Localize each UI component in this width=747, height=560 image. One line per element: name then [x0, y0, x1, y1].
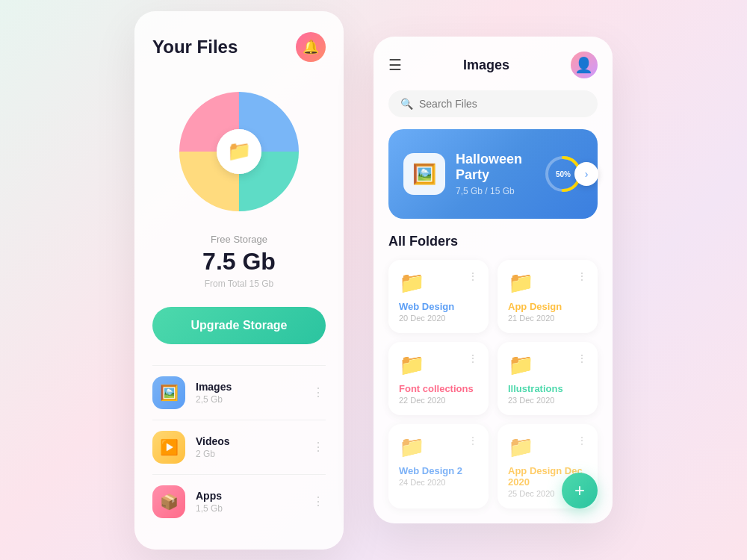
- pie-chart-container: 📁: [172, 84, 306, 219]
- file-item-images[interactable]: 🖼️ Images 2,5 Gb ⋮: [152, 365, 326, 420]
- folder-item-webdesign[interactable]: 📁 ⋮ Web Design 20 Dec 2020: [388, 260, 489, 333]
- progress-label: 50%: [556, 170, 571, 178]
- featured-card[interactable]: 🖼️ Halloween Party 7,5 Gb / 15 Gb 50% ›: [388, 129, 598, 219]
- all-folders-title: All Folders: [388, 234, 598, 249]
- folder-icon: 📁: [227, 140, 251, 163]
- storage-value: 7.5 Gb: [202, 248, 276, 276]
- right-panel: ☰ Images 👤 🔍 🖼️ Halloween Party 7,5 Gb /…: [374, 37, 613, 523]
- folder-item-illustrations[interactable]: 📁 ⋮ Illustrations 23 Dec 2020: [498, 342, 598, 415]
- folder-item-fontcollections[interactable]: 📁 ⋮ Font collections 22 Dec 2020: [388, 342, 489, 415]
- folder-name-appdesign: App Design: [508, 301, 587, 312]
- images-name: Images: [196, 381, 312, 393]
- fab-button[interactable]: +: [562, 473, 598, 508]
- images-menu-icon[interactable]: ⋮: [312, 385, 326, 399]
- bell-icon: 🔔: [303, 39, 319, 55]
- folder-name-illustrations: Illustrations: [508, 383, 587, 394]
- folder-date-illustrations: 23 Dec 2020: [508, 396, 587, 405]
- right-title: Images: [463, 57, 509, 73]
- left-header: Your Files 🔔: [152, 32, 326, 62]
- folder-menu-icon-6[interactable]: ⋮: [577, 435, 587, 447]
- folder-menu-icon-4[interactable]: ⋮: [577, 352, 587, 364]
- file-item-apps[interactable]: 📦 Apps 1,5 Gb ⋮: [152, 474, 326, 529]
- file-list: 🖼️ Images 2,5 Gb ⋮ ▶️ Videos 2 Gb ⋮ 📦 Ap…: [152, 365, 326, 529]
- avatar-image: 👤: [574, 56, 593, 74]
- folder-yellow-icon: 📁: [508, 270, 534, 295]
- search-icon: 🔍: [400, 98, 413, 110]
- folder-item-partial-1[interactable]: 📁 ⋮ Web Design 2 24 Dec 2020: [388, 424, 489, 508]
- apps-name: Apps: [196, 490, 312, 502]
- videos-size: 2 Gb: [196, 449, 312, 459]
- apps-size: 1,5 Gb: [196, 503, 312, 514]
- featured-next-button[interactable]: ›: [574, 162, 598, 186]
- folder-name-webdesign: Web Design: [399, 301, 478, 312]
- videos-icon: ▶️: [152, 431, 185, 464]
- featured-sub: 7,5 Gb / 15 Gb: [456, 186, 533, 196]
- folder-item-appdesign[interactable]: 📁 ⋮ App Design 21 Dec 2020: [498, 260, 598, 333]
- folder-pink-icon: 📁: [399, 352, 425, 377]
- folder-teal-icon: 📁: [508, 352, 534, 377]
- folder-menu-icon-2[interactable]: ⋮: [577, 270, 587, 282]
- videos-menu-icon[interactable]: ⋮: [312, 440, 326, 454]
- folder-name-partial-1: Web Design 2: [399, 465, 478, 476]
- left-title: Your Files: [152, 37, 238, 57]
- folder-yellow-icon-2: 📁: [508, 435, 534, 459]
- folder-date-fontcollections: 22 Dec 2020: [399, 396, 478, 405]
- storage-total: From Total 15 Gb: [205, 279, 273, 289]
- featured-name: Halloween Party: [456, 152, 533, 183]
- folder-menu-icon-3[interactable]: ⋮: [468, 352, 478, 364]
- notification-button[interactable]: 🔔: [296, 32, 326, 62]
- hamburger-icon[interactable]: ☰: [388, 56, 402, 74]
- folder-date-appdesign: 21 Dec 2020: [508, 314, 587, 323]
- search-input[interactable]: [419, 98, 586, 110]
- folders-grid: 📁 ⋮ Web Design 20 Dec 2020 📁 ⋮ App Desig…: [388, 260, 598, 508]
- storage-label: Free Storage: [211, 234, 267, 245]
- featured-thumbnail: 🖼️: [403, 153, 445, 195]
- folder-name-fontcollections: Font collections: [399, 383, 478, 394]
- folder-menu-icon[interactable]: ⋮: [468, 270, 478, 282]
- folder-date-partial-1: 24 Dec 2020: [399, 478, 478, 487]
- upgrade-storage-button[interactable]: Upgrade Storage: [152, 307, 326, 344]
- user-avatar[interactable]: 👤: [571, 52, 598, 78]
- file-item-videos[interactable]: ▶️ Videos 2 Gb ⋮: [152, 420, 326, 474]
- search-bar[interactable]: 🔍: [388, 90, 598, 117]
- right-header: ☰ Images 👤: [388, 52, 598, 78]
- folder-menu-icon-5[interactable]: ⋮: [468, 435, 478, 447]
- apps-icon: 📦: [152, 485, 185, 518]
- apps-menu-icon[interactable]: ⋮: [312, 494, 326, 508]
- videos-name: Videos: [196, 435, 312, 447]
- folder-date-webdesign: 20 Dec 2020: [399, 314, 478, 323]
- pie-center-icon: 📁: [217, 129, 261, 174]
- left-panel: Your Files 🔔 📁 Free Storage 7.5 Gb From …: [134, 11, 344, 550]
- images-size: 2,5 Gb: [196, 394, 312, 405]
- folder-blue-icon: 📁: [399, 270, 425, 295]
- folder-blue-icon-2: 📁: [399, 435, 425, 459]
- images-icon: 🖼️: [152, 376, 185, 409]
